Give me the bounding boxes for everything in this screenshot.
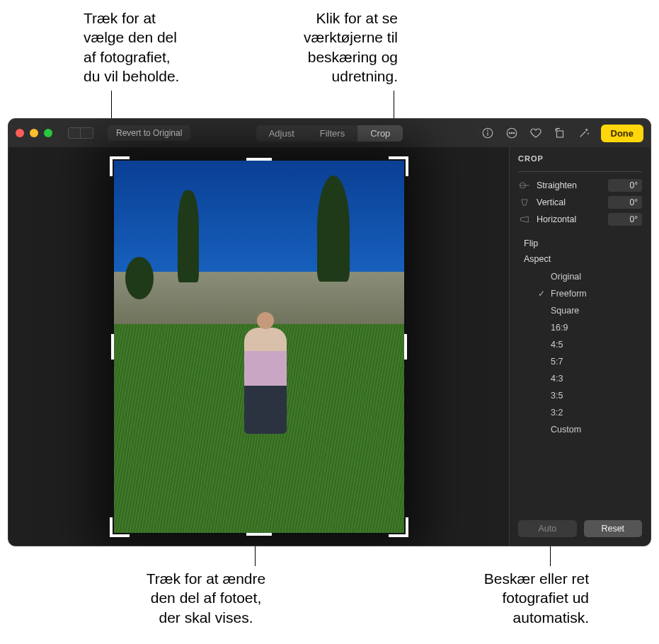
aspect-option[interactable]: Custom xyxy=(537,421,642,438)
editor-body: CROP Straighten 0° Vertical 0° xyxy=(8,147,651,546)
done-button[interactable]: Done xyxy=(601,125,644,142)
crop-handle-bottom[interactable] xyxy=(246,533,272,536)
svg-rect-7 xyxy=(556,131,563,137)
vertical-label: Vertical xyxy=(537,197,602,207)
aspect-button[interactable]: Aspect xyxy=(518,251,642,267)
callout-crop-drag-edge: Træk for at ændre den del af fotoet, der… xyxy=(132,569,280,627)
crop-handle-top[interactable] xyxy=(246,158,272,161)
crop-handle-right[interactable] xyxy=(404,334,407,360)
crop-handle-top-right[interactable] xyxy=(389,156,408,176)
more-icon[interactable] xyxy=(505,126,519,140)
crop-handle-bottom-right[interactable] xyxy=(389,517,408,537)
crop-handle-left[interactable] xyxy=(111,334,114,360)
aspect-option-list: OriginalFreeformSquare16:94:55:74:33:53:… xyxy=(537,268,642,438)
crop-handle-bottom-left[interactable] xyxy=(110,517,130,537)
svg-point-2 xyxy=(487,130,488,131)
straighten-value[interactable]: 0° xyxy=(608,179,642,192)
svg-point-6 xyxy=(513,132,515,134)
horizontal-label: Horizontal xyxy=(537,214,602,224)
svg-point-4 xyxy=(509,132,510,134)
revert-to-original-button[interactable]: Revert to Original xyxy=(108,125,190,141)
divider xyxy=(518,171,642,172)
close-window-button[interactable] xyxy=(16,129,24,137)
reset-crop-button[interactable]: Reset xyxy=(584,520,643,537)
aspect-option[interactable]: Square xyxy=(537,302,642,319)
vertical-value[interactable]: 0° xyxy=(608,196,642,209)
view-toggle[interactable] xyxy=(68,127,93,139)
svg-point-5 xyxy=(511,132,512,134)
callout-crop-drag-corner: Træk for at vælge den del af fotografiet… xyxy=(84,8,211,86)
tab-adjust[interactable]: Adjust xyxy=(256,125,307,142)
crop-frame[interactable] xyxy=(114,161,404,533)
straighten-label: Straighten xyxy=(537,180,602,190)
tab-filters[interactable]: Filters xyxy=(307,125,357,142)
callout-crop-tab: Klik for at se værktøjerne til beskæring… xyxy=(263,8,398,86)
aspect-option[interactable]: 3:2 xyxy=(537,404,642,421)
aspect-option[interactable]: 4:5 xyxy=(537,336,642,353)
horizontal-value[interactable]: 0° xyxy=(608,213,642,226)
rotate-icon[interactable] xyxy=(553,126,567,140)
tab-crop[interactable]: Crop xyxy=(357,125,403,142)
straighten-icon xyxy=(518,180,531,190)
aspect-option[interactable]: 16:9 xyxy=(537,319,642,336)
svg-marker-11 xyxy=(521,217,529,222)
aspect-option[interactable]: 5:7 xyxy=(537,353,642,370)
aspect-option[interactable]: Original xyxy=(537,268,642,285)
favorite-icon[interactable] xyxy=(529,126,543,140)
flip-button[interactable]: Flip xyxy=(518,236,642,251)
crop-handle-top-left[interactable] xyxy=(110,156,130,176)
minimize-window-button[interactable] xyxy=(30,129,38,137)
aspect-option[interactable]: Freeform xyxy=(537,285,642,302)
crop-sidebar: CROP Straighten 0° Vertical 0° xyxy=(509,147,651,546)
auto-crop-button[interactable]: Auto xyxy=(518,520,577,537)
photos-edit-window: Revert to Original Adjust Filters Crop D… xyxy=(8,119,651,546)
edit-mode-tabs: Adjust Filters Crop xyxy=(256,125,403,142)
window-controls xyxy=(16,129,52,137)
horizontal-perspective-icon xyxy=(518,214,531,224)
auto-enhance-icon[interactable] xyxy=(577,126,591,140)
aspect-option[interactable]: 4:3 xyxy=(537,370,642,387)
window-titlebar: Revert to Original Adjust Filters Crop D… xyxy=(8,119,651,147)
zoom-window-button[interactable] xyxy=(44,129,52,137)
vertical-row[interactable]: Vertical 0° xyxy=(518,196,642,209)
flip-label: Flip xyxy=(524,238,538,248)
straighten-row[interactable]: Straighten 0° xyxy=(518,179,642,192)
photo-subject xyxy=(244,328,287,434)
photo-canvas xyxy=(8,147,509,546)
vertical-perspective-icon xyxy=(518,197,531,207)
aspect-option[interactable]: 3:5 xyxy=(537,387,642,404)
callout-auto-button: Beskær eller ret fotografiet ud automati… xyxy=(447,569,589,627)
toolbar-right-group: Done xyxy=(481,125,644,142)
sidebar-footer: Auto Reset xyxy=(518,520,642,537)
aspect-label: Aspect xyxy=(524,254,551,264)
horizontal-row[interactable]: Horizontal 0° xyxy=(518,213,642,226)
sidebar-title: CROP xyxy=(518,154,642,163)
svg-marker-10 xyxy=(522,200,527,205)
info-icon[interactable] xyxy=(481,126,495,140)
